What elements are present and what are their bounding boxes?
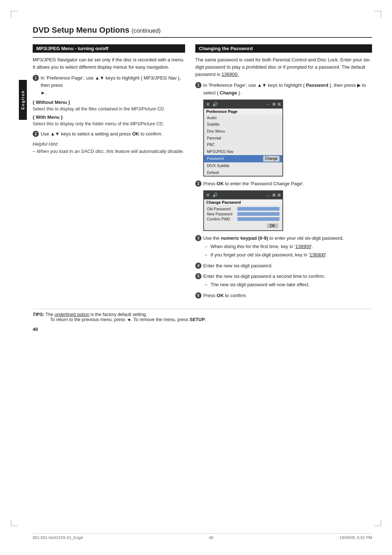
footer-bar: 001-051-hts5310S-51_Eng4 40 19/09/05, 6:… xyxy=(33,533,372,540)
screen2-icon-btn2 xyxy=(278,194,281,197)
screen1-wrapper: ✕ 🔊 — Preference Page Audio Sub xyxy=(203,100,372,177)
left-step-1: 1 In ‘Preference Page’, use ▲▼ keys to h… xyxy=(33,74,185,96)
page-title-continued: (continued) xyxy=(132,28,161,34)
right-step-1: 1 In 'Preference Page', use ▲▼ keys to h… xyxy=(195,82,372,96)
english-label: English xyxy=(21,90,25,110)
screen-dash: — xyxy=(267,102,270,106)
corner-mark-tl xyxy=(11,11,17,17)
menu-disc-menu: Disc Menu xyxy=(204,128,282,135)
helpful-hint: Helpful Hint: – When you load in an SACD… xyxy=(33,141,185,155)
r-step4-circle: 4 xyxy=(195,263,201,269)
tips-label: TIPS: xyxy=(33,312,44,317)
screen-mockup-1: ✕ 🔊 — Preference Page Audio Sub xyxy=(203,100,283,177)
menu-parental: Parental xyxy=(204,135,282,142)
r-step3-circle: 3 xyxy=(195,235,201,241)
menu-password: Password Change xyxy=(204,155,282,162)
r-step2-content: Press OK to enter the 'Password Change P… xyxy=(203,180,372,187)
right-step-5: 5 Enter the new six-digit password a sec… xyxy=(195,273,372,289)
screen-icon-btn1 xyxy=(273,103,275,106)
without-menu-desc: Select this to display all the files con… xyxy=(33,106,185,113)
left-step-2: 2 Use ▲▼ keys to select a setting and pr… xyxy=(33,130,185,138)
corner-mark-tr xyxy=(375,11,381,17)
without-menu-item: { Without Menu } Select this to display … xyxy=(33,100,185,113)
screen-top-bar-2: ✕ 🔊 — xyxy=(204,191,282,199)
step5-bullet: → The new six-digit password will now ta… xyxy=(203,281,372,288)
right-section-header: Changing the Password xyxy=(195,44,372,53)
screen2-speaker-icon: 🔊 xyxy=(212,193,218,198)
ok-button[interactable]: OK xyxy=(267,223,278,228)
right-step-6: 6 Press OK to confirm. xyxy=(195,292,372,299)
page-wrapper: English DVD Setup Menu Options (continue… xyxy=(0,0,392,555)
confirm-pwd-label: Confirm PWD xyxy=(207,217,236,221)
screen-menu-1: Audio Subtitle Disc Menu Parental PBC MP… xyxy=(204,114,282,176)
screen-form: Old Password New Password Confirm PWD xyxy=(204,205,282,230)
r-step1-content: In 'Preference Page', use ▲▼ keys to hig… xyxy=(203,82,372,96)
corner-mark-br xyxy=(375,519,381,526)
step1-content: In ‘Preference Page’, use ▲▼ keys to hig… xyxy=(41,74,185,96)
default-password: 136900. xyxy=(221,72,238,77)
screen-title-1: Preference Page xyxy=(204,109,282,114)
old-password-label: Old Password xyxy=(207,207,236,211)
main-content: DVD Setup Menu Options (continued) MP3/J… xyxy=(33,22,372,332)
tips-section: TIPS: The underlined option is the facto… xyxy=(33,309,372,322)
english-sidebar: English xyxy=(19,80,27,120)
step2-circle: 2 xyxy=(33,131,39,137)
screen2-x-icon: ✕ xyxy=(206,192,210,198)
right-intro-text: The same password is used for both Paren… xyxy=(195,56,372,78)
right-step-3: 3 Use the numeric keypad (0-9) to enter … xyxy=(195,235,372,259)
confirm-pwd-row: Confirm PWD xyxy=(207,217,279,221)
page-title: DVD Setup Menu Options (continued) xyxy=(33,25,372,38)
step3-bullet2: → If you forget your old six-digit passw… xyxy=(203,251,372,259)
r-step1-circle: 1 xyxy=(195,82,201,88)
r-step6-circle: 6 xyxy=(195,292,201,299)
r-step5-content: Enter the new six-digit password a secon… xyxy=(203,273,372,289)
menu-divx: DIVX Subtitle xyxy=(204,162,282,169)
menu-subtitle: Subtitle xyxy=(204,121,282,128)
two-column-layout: MP3/JPEG Menu - turning on/off MP3/JPEG … xyxy=(33,44,372,302)
screen-icon-btn2 xyxy=(278,103,281,106)
right-step-4: 4 Enter the new six-digit password. xyxy=(195,262,372,270)
screen-x-icon: ✕ xyxy=(206,101,210,107)
screen2-dash: — xyxy=(267,193,270,197)
r-step6-content: Press OK to confirm. xyxy=(203,292,372,299)
with-menu-item: { With Menu } Select this to display onl… xyxy=(33,114,185,127)
new-password-row: New Password xyxy=(207,212,279,216)
left-section-header: MP3/JPEG Menu - turning on/off xyxy=(33,44,185,53)
step3-bullet1: → When doing this for the first time, ke… xyxy=(203,243,372,250)
old-password-input xyxy=(237,207,279,211)
screen-title-2: Change Password xyxy=(204,199,282,205)
r-step2-circle: 2 xyxy=(195,181,201,187)
old-password-row: Old Password xyxy=(207,207,279,211)
r-step3-content: Use the numeric keypad (0-9) to enter yo… xyxy=(203,235,372,259)
footer-center: 40 xyxy=(209,535,213,540)
r-step5-circle: 5 xyxy=(195,273,201,279)
tips-line1: The underlined option is the factory def… xyxy=(45,312,147,317)
page-title-text: DVD Setup Menu Options xyxy=(33,25,129,35)
menu-mp3jpeg: MP3/JPEG Nav xyxy=(204,148,282,155)
corner-mark-bl xyxy=(11,519,17,526)
screen2-icon-btn1 xyxy=(273,194,275,197)
r-step4-content: Enter the new six-digit password. xyxy=(203,262,372,270)
with-menu-desc: Select this to display only the folder m… xyxy=(33,121,185,127)
step1-circle: 1 xyxy=(33,75,39,81)
step2-content: Use ▲▼ keys to select a setting and pres… xyxy=(41,130,185,138)
screen2-wrapper: ✕ 🔊 — Change Password Old Pa xyxy=(203,190,372,231)
ok-button-area: OK xyxy=(207,222,279,229)
confirm-pwd-input xyxy=(237,217,279,221)
right-column: Changing the Password The same password … xyxy=(195,44,372,302)
menu-pbc: PBC xyxy=(204,141,282,148)
page-number: 40 xyxy=(33,327,372,332)
footer-left: 001-051-hts5310S-51_Eng4 xyxy=(33,535,83,540)
screen-speaker-icon: 🔊 xyxy=(212,102,218,107)
footer-right: 19/09/05, 6:02 PM xyxy=(339,535,372,540)
change-button: Change xyxy=(263,156,279,162)
tips-line2: To return to the previous menu, press ◄.… xyxy=(50,317,206,322)
left-intro-text: MP3/JPEG Navigator can be set only if th… xyxy=(33,56,185,71)
without-menu-title: { Without Menu } xyxy=(33,100,185,105)
new-password-label: New Password xyxy=(207,212,236,216)
right-step-2: 2 Press OK to enter the 'Password Change… xyxy=(195,180,372,187)
left-column: MP3/JPEG Menu - turning on/off MP3/JPEG … xyxy=(33,44,185,155)
screen-top-bar-1: ✕ 🔊 — xyxy=(204,100,282,109)
with-menu-title: { With Menu } xyxy=(33,114,185,120)
menu-audio: Audio xyxy=(204,114,282,121)
